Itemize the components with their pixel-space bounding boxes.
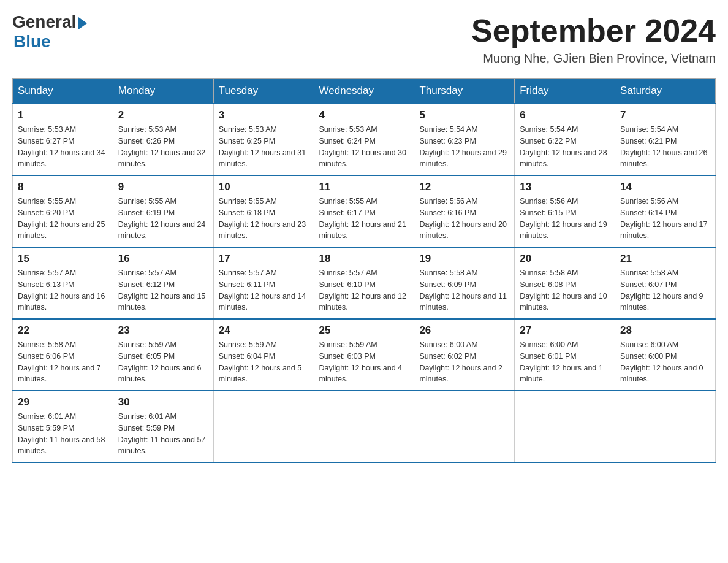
day-number: 14 <box>620 181 710 193</box>
day-info: Sunrise: 5:58 AMSunset: 6:08 PMDaylight:… <box>520 267 610 313</box>
day-number: 22 <box>18 324 108 337</box>
day-info: Sunrise: 5:53 AMSunset: 6:26 PMDaylight:… <box>118 124 208 170</box>
day-number: 24 <box>219 324 309 337</box>
day-info: Sunrise: 5:59 AMSunset: 6:05 PMDaylight:… <box>118 339 208 385</box>
calendar-cell: 9Sunrise: 5:55 AMSunset: 6:19 PMDaylight… <box>113 175 213 247</box>
day-number: 18 <box>319 253 409 265</box>
day-info: Sunrise: 5:55 AMSunset: 6:18 PMDaylight:… <box>219 196 309 242</box>
calendar-cell: 7Sunrise: 5:54 AMSunset: 6:21 PMDaylight… <box>615 104 716 175</box>
day-number: 3 <box>219 109 309 121</box>
location-subtitle: Muong Nhe, GJien Bien Province, Vietnam <box>471 52 716 66</box>
day-info: Sunrise: 5:59 AMSunset: 6:03 PMDaylight:… <box>319 339 409 385</box>
logo: General Blue <box>12 12 87 52</box>
logo-arrow-icon <box>78 17 87 29</box>
day-info: Sunrise: 5:58 AMSunset: 6:09 PMDaylight:… <box>419 267 509 313</box>
day-info: Sunrise: 5:57 AMSunset: 6:11 PMDaylight:… <box>219 267 309 313</box>
calendar-week-row: 1Sunrise: 5:53 AMSunset: 6:27 PMDaylight… <box>13 104 716 175</box>
day-number: 2 <box>118 109 208 121</box>
day-info: Sunrise: 5:56 AMSunset: 6:15 PMDaylight:… <box>520 196 610 242</box>
calendar-cell: 22Sunrise: 5:58 AMSunset: 6:06 PMDayligh… <box>13 319 113 391</box>
day-number: 21 <box>620 253 710 265</box>
calendar-cell: 13Sunrise: 5:56 AMSunset: 6:15 PMDayligh… <box>515 175 615 247</box>
page-header: General Blue September 2024 Muong Nhe, G… <box>12 12 716 66</box>
day-number: 9 <box>118 181 208 193</box>
calendar-cell <box>615 391 716 462</box>
calendar-cell: 25Sunrise: 5:59 AMSunset: 6:03 PMDayligh… <box>314 319 414 391</box>
day-number: 16 <box>118 253 208 265</box>
day-number: 30 <box>118 396 208 408</box>
weekday-header-saturday: Saturday <box>615 79 716 104</box>
day-info: Sunrise: 6:00 AMSunset: 6:02 PMDaylight:… <box>419 339 509 385</box>
day-number: 25 <box>319 324 409 337</box>
calendar-table: SundayMondayTuesdayWednesdayThursdayFrid… <box>12 78 716 463</box>
day-info: Sunrise: 5:55 AMSunset: 6:20 PMDaylight:… <box>18 196 108 242</box>
day-number: 7 <box>620 109 710 121</box>
day-number: 1 <box>18 109 108 121</box>
weekday-header-row: SundayMondayTuesdayWednesdayThursdayFrid… <box>13 79 716 104</box>
calendar-cell: 30Sunrise: 6:01 AMSunset: 5:59 PMDayligh… <box>113 391 213 462</box>
weekday-header-monday: Monday <box>113 79 213 104</box>
calendar-week-row: 8Sunrise: 5:55 AMSunset: 6:20 PMDaylight… <box>13 175 716 247</box>
day-number: 13 <box>520 181 610 193</box>
day-number: 12 <box>419 181 509 193</box>
calendar-week-row: 29Sunrise: 6:01 AMSunset: 5:59 PMDayligh… <box>13 391 716 462</box>
day-number: 26 <box>419 324 509 337</box>
day-number: 29 <box>18 396 108 408</box>
day-info: Sunrise: 5:57 AMSunset: 6:12 PMDaylight:… <box>118 267 208 313</box>
day-number: 20 <box>520 253 610 265</box>
day-info: Sunrise: 6:00 AMSunset: 6:01 PMDaylight:… <box>520 339 610 385</box>
calendar-cell <box>314 391 414 462</box>
day-info: Sunrise: 5:58 AMSunset: 6:06 PMDaylight:… <box>18 339 108 385</box>
calendar-cell: 20Sunrise: 5:58 AMSunset: 6:08 PMDayligh… <box>515 247 615 319</box>
calendar-cell: 6Sunrise: 5:54 AMSunset: 6:22 PMDaylight… <box>515 104 615 175</box>
day-number: 28 <box>620 324 710 337</box>
weekday-header-tuesday: Tuesday <box>213 79 314 104</box>
month-year-title: September 2024 <box>471 12 716 49</box>
day-info: Sunrise: 5:56 AMSunset: 6:16 PMDaylight:… <box>419 196 509 242</box>
calendar-cell: 2Sunrise: 5:53 AMSunset: 6:26 PMDaylight… <box>113 104 213 175</box>
day-number: 10 <box>219 181 309 193</box>
day-info: Sunrise: 5:55 AMSunset: 6:17 PMDaylight:… <box>319 196 409 242</box>
calendar-cell: 15Sunrise: 5:57 AMSunset: 6:13 PMDayligh… <box>13 247 113 319</box>
day-number: 19 <box>419 253 509 265</box>
calendar-cell <box>414 391 515 462</box>
day-number: 15 <box>18 253 108 265</box>
day-info: Sunrise: 5:58 AMSunset: 6:07 PMDaylight:… <box>620 267 710 313</box>
calendar-cell: 27Sunrise: 6:00 AMSunset: 6:01 PMDayligh… <box>515 319 615 391</box>
day-info: Sunrise: 5:55 AMSunset: 6:19 PMDaylight:… <box>118 196 208 242</box>
day-info: Sunrise: 5:53 AMSunset: 6:25 PMDaylight:… <box>219 124 309 170</box>
calendar-cell: 11Sunrise: 5:55 AMSunset: 6:17 PMDayligh… <box>314 175 414 247</box>
day-info: Sunrise: 5:57 AMSunset: 6:13 PMDaylight:… <box>18 267 108 313</box>
day-info: Sunrise: 5:59 AMSunset: 6:04 PMDaylight:… <box>219 339 309 385</box>
calendar-cell: 19Sunrise: 5:58 AMSunset: 6:09 PMDayligh… <box>414 247 515 319</box>
day-info: Sunrise: 5:57 AMSunset: 6:10 PMDaylight:… <box>319 267 409 313</box>
day-info: Sunrise: 6:00 AMSunset: 6:00 PMDaylight:… <box>620 339 710 385</box>
day-info: Sunrise: 5:53 AMSunset: 6:24 PMDaylight:… <box>319 124 409 170</box>
day-info: Sunrise: 5:54 AMSunset: 6:22 PMDaylight:… <box>520 124 610 170</box>
calendar-cell: 10Sunrise: 5:55 AMSunset: 6:18 PMDayligh… <box>213 175 314 247</box>
calendar-week-row: 15Sunrise: 5:57 AMSunset: 6:13 PMDayligh… <box>13 247 716 319</box>
day-number: 27 <box>520 324 610 337</box>
weekday-header-sunday: Sunday <box>13 79 113 104</box>
calendar-cell: 12Sunrise: 5:56 AMSunset: 6:16 PMDayligh… <box>414 175 515 247</box>
day-number: 5 <box>419 109 509 121</box>
calendar-cell: 14Sunrise: 5:56 AMSunset: 6:14 PMDayligh… <box>615 175 716 247</box>
day-number: 4 <box>319 109 409 121</box>
day-info: Sunrise: 5:54 AMSunset: 6:23 PMDaylight:… <box>419 124 509 170</box>
day-info: Sunrise: 6:01 AMSunset: 5:59 PMDaylight:… <box>118 411 208 457</box>
day-info: Sunrise: 6:01 AMSunset: 5:59 PMDaylight:… <box>18 411 108 457</box>
logo-blue-text: Blue <box>13 32 51 52</box>
logo-general-text: General <box>12 12 76 32</box>
day-info: Sunrise: 5:54 AMSunset: 6:21 PMDaylight:… <box>620 124 710 170</box>
calendar-cell: 8Sunrise: 5:55 AMSunset: 6:20 PMDaylight… <box>13 175 113 247</box>
calendar-cell: 16Sunrise: 5:57 AMSunset: 6:12 PMDayligh… <box>113 247 213 319</box>
weekday-header-thursday: Thursday <box>414 79 515 104</box>
calendar-cell: 18Sunrise: 5:57 AMSunset: 6:10 PMDayligh… <box>314 247 414 319</box>
day-info: Sunrise: 5:56 AMSunset: 6:14 PMDaylight:… <box>620 196 710 242</box>
calendar-cell: 28Sunrise: 6:00 AMSunset: 6:00 PMDayligh… <box>615 319 716 391</box>
calendar-cell: 3Sunrise: 5:53 AMSunset: 6:25 PMDaylight… <box>213 104 314 175</box>
day-number: 8 <box>18 181 108 193</box>
day-number: 6 <box>520 109 610 121</box>
title-section: September 2024 Muong Nhe, GJien Bien Pro… <box>471 12 716 66</box>
calendar-cell: 1Sunrise: 5:53 AMSunset: 6:27 PMDaylight… <box>13 104 113 175</box>
